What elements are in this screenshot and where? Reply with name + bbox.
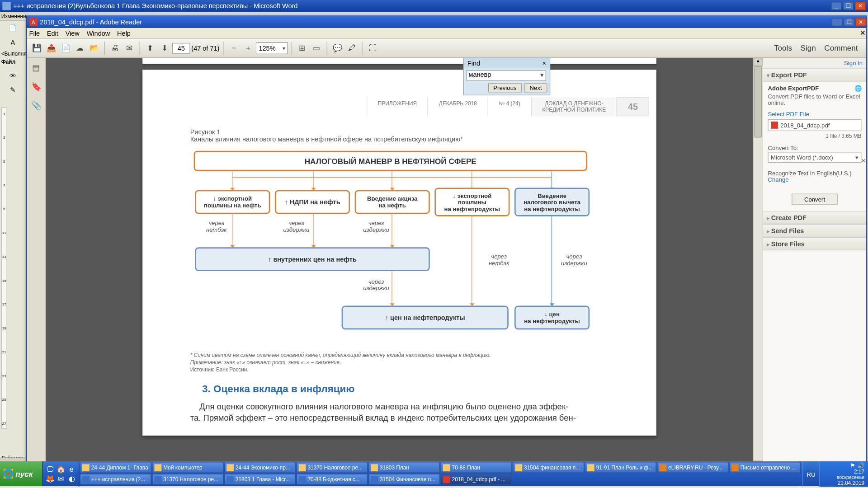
bookmarks-icon[interactable]: 🔖	[30, 80, 42, 92]
sign-button[interactable]: Sign	[800, 43, 816, 52]
comment-button[interactable]: Comment	[824, 43, 858, 52]
task-button[interactable]: 31370 Налоговое ре...	[152, 474, 223, 485]
scroll-thumb[interactable]	[754, 66, 762, 137]
task-button[interactable]: 31803 1 Глава - Micr...	[224, 474, 296, 485]
task-button[interactable]: +++ исправления (2...	[80, 474, 151, 485]
pane-item[interactable]: Файл	[0, 58, 26, 66]
panel-send-files[interactable]: Send Files	[763, 224, 866, 237]
convert-format-select[interactable]: Microsoft Word (*.docx)	[768, 153, 861, 163]
panel-store-files[interactable]: Store Files	[763, 237, 866, 250]
menu-window[interactable]: Window	[87, 29, 110, 37]
page-input[interactable]	[172, 42, 190, 53]
tray-icon[interactable]: 🔊	[857, 462, 864, 469]
change-link[interactable]: Change	[768, 176, 861, 183]
save-icon[interactable]: 💾	[30, 42, 43, 55]
convert-to-label: Convert To:	[768, 145, 861, 151]
word-titlebar: +++ исправления (2)Бульбенкова 1 Глава Э…	[0, 0, 868, 12]
restore-button[interactable]: ❐	[843, 2, 854, 10]
new-doc-icon[interactable]: 📄	[6, 23, 20, 33]
system-tray[interactable]: ⚑🔊 2:17 воскресенье 21.04.2019	[819, 461, 868, 486]
panel-export-pdf[interactable]: Export PDF	[763, 69, 866, 82]
page-down-icon[interactable]: ⬇	[158, 42, 171, 55]
zoom-in-icon[interactable]: +	[241, 42, 255, 55]
footnote: * Синим цветом на схеме отмечен основной…	[190, 352, 609, 358]
print-icon[interactable]: 🖨	[108, 42, 122, 55]
selected-file[interactable]: 2018_04_ddcp.pdf	[768, 119, 861, 131]
zoom-out-icon[interactable]: −	[227, 42, 241, 55]
task-button[interactable]: eLIBRARY.RU - Резу...	[657, 462, 728, 473]
diagram-main-box: НАЛОГОВЫЙ МАНЕВР В НЕФТЯНОЙ СФЕРЕ	[194, 151, 587, 171]
lang-indicator[interactable]: RU	[802, 461, 819, 486]
minimize-button[interactable]: _	[831, 2, 842, 10]
cloud-icon[interactable]: ☁	[73, 42, 86, 55]
vertical-ruler: 13579111315171921232527	[1, 107, 7, 429]
reader-minimize-button[interactable]: _	[832, 18, 843, 26]
menu-file[interactable]: File	[29, 29, 40, 37]
task-button[interactable]: 31504 Финансовая п...	[368, 474, 440, 485]
ql-mail-icon[interactable]: ✉	[56, 474, 66, 484]
clock-time: 2:17	[854, 469, 864, 475]
menu-help[interactable]: Help	[117, 29, 131, 37]
tools-button[interactable]: Tools	[774, 43, 792, 52]
vertical-scrollbar[interactable]: ▲ ▼	[753, 58, 762, 469]
task-button[interactable]: 70-88 План	[441, 462, 512, 473]
find-previous-button[interactable]: Previous	[488, 84, 522, 93]
close-doc-button[interactable]: ✕	[860, 29, 865, 37]
tray-icon[interactable]: ⚑	[850, 462, 855, 469]
ql-explorer-icon[interactable]: 🏠	[56, 465, 66, 474]
thumbnails-icon[interactable]: ▤	[30, 61, 42, 73]
tools-sidebar: Sign In Export PDF Adobe ExportPDF🌐 ▾ ✕ …	[763, 58, 866, 469]
clock-day: воскресенье	[837, 475, 864, 480]
open-icon[interactable]: 📂	[88, 42, 101, 55]
word-task-pane: Изменени 📄 A <Выполня Файл 👁 ✎ 135791113…	[0, 12, 26, 472]
export-description: Convert PDF files to Word or Excel onlin…	[768, 93, 861, 106]
panel-create-pdf[interactable]: Create PDF	[763, 211, 866, 224]
edit-icon[interactable]: ✎	[6, 85, 20, 95]
email-icon[interactable]: ✉	[123, 42, 136, 55]
task-button[interactable]: 91-91 План Роль и ф...	[585, 462, 656, 473]
pane-item[interactable]: <Выполня	[0, 49, 26, 57]
ql-ie-icon[interactable]: e	[67, 465, 76, 474]
reader-restore-button[interactable]: ❐	[844, 18, 854, 26]
task-button[interactable]: 24-44 Диплом 1- Глава	[80, 462, 151, 473]
task-button[interactable]: Письмо отправлено ...	[729, 462, 801, 473]
ql-other-icon[interactable]: ◐	[67, 474, 76, 484]
diagram-box-excise: Введение акцизана нефть	[355, 190, 430, 214]
task-button[interactable]: 31370 Налоговое ре...	[296, 462, 368, 473]
attachments-icon[interactable]: 📎	[30, 99, 42, 111]
reader-close-button[interactable]: ✕	[855, 18, 866, 26]
task-button[interactable]: 31504 финансовая п...	[513, 462, 584, 473]
ql-firefox-icon[interactable]: 🦊	[45, 474, 55, 484]
select-file-label: Select PDF File:	[768, 111, 861, 117]
document-area[interactable]: ПРИЛОЖЕНИЯ ДЕКАБРЬ 2018 № 4 (24) ДОКЛАД …	[46, 58, 753, 469]
export-icon[interactable]: 📤	[45, 42, 58, 55]
font-icon[interactable]: A	[6, 38, 20, 47]
fit-width-icon[interactable]: ⊞	[296, 42, 309, 55]
convert-button[interactable]: Convert	[792, 194, 838, 205]
comment-icon[interactable]: 💬	[331, 42, 344, 55]
menu-edit[interactable]: Edit	[47, 29, 58, 37]
scroll-up-button[interactable]: ▲	[754, 58, 763, 66]
sign-in-link[interactable]: Sign In	[763, 58, 866, 69]
create-pdf-icon[interactable]: 📄	[59, 42, 72, 55]
highlight-icon[interactable]: 🖍	[345, 42, 359, 55]
task-button[interactable]: 31803 План	[368, 462, 440, 473]
read-mode-icon[interactable]: ⛶	[366, 42, 379, 55]
zoom-select[interactable]: 125%	[256, 42, 288, 54]
fit-page-icon[interactable]: ▭	[310, 42, 323, 55]
start-button[interactable]: пуск	[0, 461, 43, 486]
task-button[interactable]: Мой компьютер	[152, 462, 223, 473]
task-button[interactable]: 24-44 Экономико-пр...	[224, 462, 296, 473]
task-button[interactable]: 2018_04_ddcp.pdf - ...	[441, 474, 512, 485]
page-up-icon[interactable]: ⬆	[144, 42, 157, 55]
menu-view[interactable]: View	[66, 29, 80, 37]
eye-icon[interactable]: 👁	[6, 71, 20, 80]
find-input[interactable]: маневр	[466, 70, 546, 81]
task-button[interactable]: 70-88 Бюджетная с...	[296, 474, 368, 485]
find-next-button[interactable]: Next	[524, 84, 547, 93]
find-close-icon[interactable]: ×	[542, 60, 546, 67]
ql-desktop-icon[interactable]: 🖵	[45, 465, 55, 474]
close-button[interactable]: ✕	[855, 2, 866, 10]
pdf-page: ПРИЛОЖЕНИЯ ДЕКАБРЬ 2018 № 4 (24) ДОКЛАД …	[142, 70, 656, 435]
pdf-icon: A	[29, 18, 38, 26]
